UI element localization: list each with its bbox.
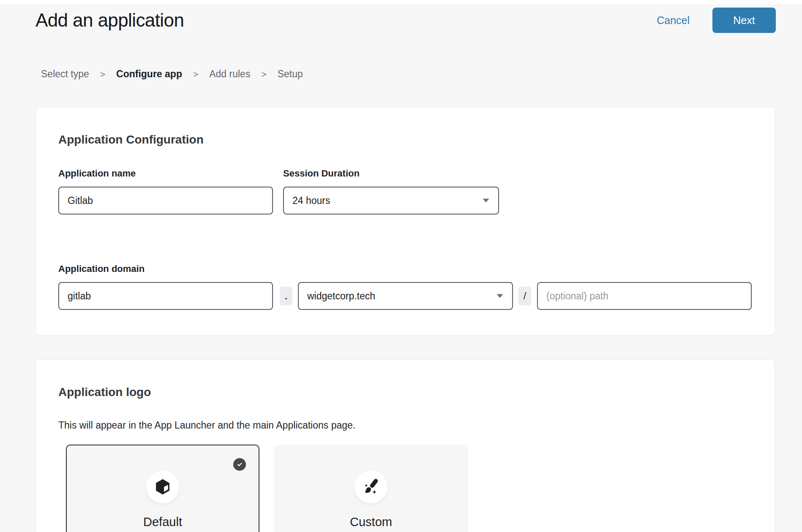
logo-option-default[interactable]: Default: [66, 445, 259, 532]
breadcrumb-step-select-type[interactable]: Select type: [41, 68, 89, 80]
next-button[interactable]: Next: [712, 8, 776, 33]
application-domain-label: Application domain: [58, 263, 752, 274]
chevron-down-icon: [482, 198, 490, 203]
logo-option-custom[interactable]: Custom: [274, 445, 468, 532]
application-domain-field: Application domain . widgetcorp.tech /: [58, 263, 752, 310]
breadcrumb-step-setup[interactable]: Setup: [278, 68, 303, 80]
check-icon: [236, 461, 243, 468]
breadcrumb: Select type > Configure app > Add rules …: [41, 68, 802, 80]
breadcrumb-step-configure-app[interactable]: Configure app: [116, 68, 182, 80]
default-logo-circle: [146, 470, 179, 503]
session-duration-select[interactable]: 24 hours: [283, 187, 499, 214]
chevron-down-icon: [496, 294, 504, 299]
application-logo-card: Application logo This will appear in the…: [35, 359, 775, 532]
breadcrumb-step-add-rules[interactable]: Add rules: [209, 68, 250, 80]
cancel-button[interactable]: Cancel: [654, 14, 692, 27]
application-configuration-card: Application Configuration Application na…: [35, 107, 775, 336]
application-name-input[interactable]: [58, 187, 273, 214]
domain-select-value: widgetcorp.tech: [307, 290, 375, 302]
top-strip: [0, 0, 802, 4]
application-logo-description: This will appear in the App Launcher and…: [58, 420, 752, 431]
slash-separator: /: [518, 287, 531, 305]
paintbrush-icon: [362, 478, 380, 496]
session-duration-value: 24 hours: [292, 195, 330, 206]
logo-option-label: Default: [67, 515, 259, 529]
application-domain-row: . widgetcorp.tech /: [58, 282, 752, 310]
application-configuration-heading: Application Configuration: [58, 133, 752, 147]
selected-check-badge: [233, 458, 246, 471]
session-duration-field: Session Duration 24 hours: [283, 168, 499, 214]
path-input[interactable]: [537, 282, 752, 310]
page-title: Add an application: [35, 8, 184, 32]
cube-icon: [154, 478, 172, 496]
breadcrumb-separator: >: [100, 69, 105, 79]
breadcrumb-separator: >: [193, 69, 198, 79]
application-logo-heading: Application logo: [58, 385, 752, 399]
logo-option-tiles: Default Custom: [66, 445, 752, 532]
logo-option-label: Custom: [275, 515, 467, 529]
page-header: Add an application Cancel Next: [0, 4, 802, 33]
application-name-label: Application name: [58, 168, 273, 179]
domain-select[interactable]: widgetcorp.tech: [298, 282, 513, 310]
breadcrumb-separator: >: [261, 69, 266, 79]
header-actions: Cancel Next: [654, 8, 776, 33]
name-session-row: Application name Session Duration 24 hou…: [58, 168, 752, 214]
dot-separator: .: [280, 287, 292, 305]
custom-logo-circle: [355, 470, 387, 503]
subdomain-input[interactable]: [58, 282, 273, 310]
application-name-field: Application name: [58, 168, 273, 214]
session-duration-label: Session Duration: [283, 168, 499, 179]
